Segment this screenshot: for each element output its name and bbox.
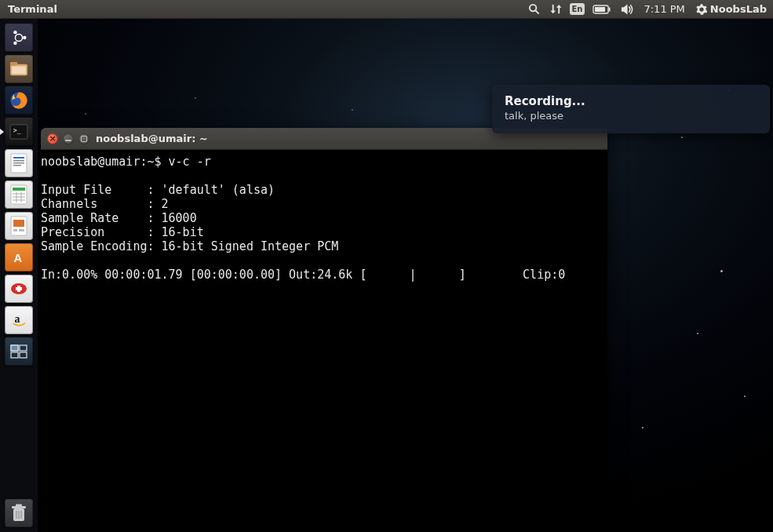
keyboard-indicator[interactable]: En — [570, 3, 585, 15]
svg-rect-40 — [11, 345, 18, 351]
impress-icon[interactable] — [5, 212, 33, 240]
svg-rect-19 — [13, 165, 21, 166]
svg-point-8 — [13, 42, 16, 45]
trash-icon[interactable] — [5, 499, 33, 527]
output-input-file-value: 'default' (alsa) — [162, 183, 275, 197]
terminal-window[interactable]: noobslab@umair: ~ noobslab@umair:~$ v-c … — [41, 128, 607, 518]
files-icon[interactable] — [5, 55, 33, 83]
running-indicator-icon — [0, 129, 4, 135]
svg-rect-4 — [595, 7, 605, 12]
window-title: noobslab@umair: ~ — [96, 133, 208, 144]
svg-rect-30 — [19, 229, 24, 231]
svg-line-1 — [535, 10, 538, 13]
svg-rect-37 — [20, 345, 27, 351]
notification-title: Recording... — [505, 94, 757, 108]
notification-body: talk, please — [505, 110, 757, 122]
svg-rect-21 — [13, 188, 25, 191]
calc-icon[interactable] — [5, 180, 33, 209]
svg-rect-39 — [20, 352, 27, 358]
volume-icon[interactable] — [616, 0, 639, 19]
top-panel: Terminal En 7:11 PM NoobsLab — [0, 0, 773, 19]
software-center-icon[interactable]: A — [5, 243, 33, 271]
svg-rect-10 — [10, 62, 17, 66]
svg-point-5 — [15, 34, 22, 41]
svg-rect-43 — [16, 505, 22, 507]
output-encoding-label: Sample Encoding — [41, 239, 147, 253]
svg-rect-3 — [609, 7, 611, 11]
username-label: NoobsLab — [710, 3, 767, 15]
clock[interactable]: 7:11 PM — [639, 0, 689, 19]
svg-rect-16 — [13, 157, 24, 159]
output-sample-rate-label: Sample Rate — [41, 211, 119, 225]
maximize-button[interactable] — [78, 133, 89, 144]
svg-text:>_: >_ — [13, 126, 21, 134]
output-input-file-label: Input File — [41, 183, 111, 197]
firefox-icon[interactable] — [5, 86, 33, 115]
terminal-icon[interactable]: >_ — [5, 118, 33, 146]
close-button[interactable] — [47, 133, 58, 144]
output-precision-label: Precision — [41, 225, 104, 239]
svg-rect-18 — [13, 162, 24, 164]
svg-point-7 — [13, 31, 16, 34]
svg-rect-17 — [13, 160, 24, 162]
svg-point-6 — [23, 36, 26, 39]
search-icon[interactable] — [523, 0, 545, 19]
svg-rect-38 — [11, 352, 18, 358]
dash-icon[interactable] — [5, 24, 33, 52]
output-sample-rate-value: 16000 — [162, 211, 197, 225]
workspace-switcher-icon[interactable] — [5, 337, 33, 366]
utility-icon[interactable] — [5, 275, 33, 303]
gear-icon — [696, 4, 707, 15]
prompt-path: ~ — [147, 155, 154, 169]
output-channels-value: 2 — [162, 197, 169, 211]
svg-rect-34 — [16, 287, 22, 290]
launcher: >_ A a — [0, 19, 38, 532]
battery-icon[interactable] — [588, 0, 616, 19]
output-precision-value: 16-bit — [162, 225, 204, 239]
svg-rect-11 — [12, 66, 26, 74]
window-controls — [47, 133, 89, 144]
prompt-symbol: $ — [155, 155, 162, 169]
output-progress: In:0.00% 00:00:01.79 [00:00:00.00] Out:2… — [41, 268, 565, 282]
terminal-output[interactable]: noobslab@umair:~$ v-c -r Input File : 'd… — [41, 150, 607, 518]
output-encoding-value: 16-bit Signed Integer PCM — [162, 239, 339, 253]
minimize-button[interactable] — [63, 133, 74, 144]
prompt-user: noobslab@umair — [41, 155, 140, 169]
amazon-icon[interactable]: a — [5, 306, 33, 334]
command-text: v-c -r — [169, 155, 211, 169]
svg-text:A: A — [14, 252, 23, 264]
output-channels-label: Channels — [41, 197, 97, 211]
network-icon[interactable] — [545, 0, 567, 19]
svg-rect-29 — [13, 229, 17, 231]
notification-bubble[interactable]: Recording... talk, please — [492, 85, 770, 133]
session-menu[interactable]: NoobsLab — [690, 3, 773, 15]
active-app-title[interactable]: Terminal — [0, 3, 65, 15]
writer-icon[interactable] — [5, 149, 33, 177]
svg-text:a: a — [15, 313, 20, 325]
svg-point-0 — [529, 5, 535, 11]
svg-rect-28 — [13, 220, 24, 227]
